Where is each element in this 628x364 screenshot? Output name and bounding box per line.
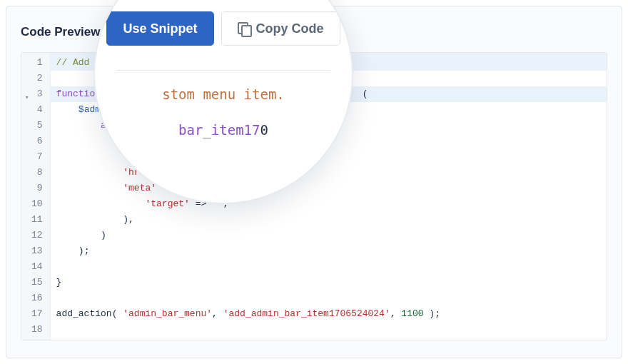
token-punc: (: [363, 89, 368, 99]
token-string: 'target': [145, 198, 189, 209]
gutter-line: 12: [21, 228, 50, 243]
use-snippet-button[interactable]: Use Snippet: [106, 11, 213, 46]
gutter-line: 10: [21, 196, 50, 212]
token-punc: );: [424, 308, 440, 319]
gutter-line: 17: [21, 306, 50, 322]
gutter-line: 9: [21, 181, 50, 196]
line-gutter: 123▾456789101112131415161718: [21, 53, 51, 340]
gutter-line: 1: [21, 53, 50, 71]
copy-code-label: Copy Code: [256, 21, 324, 36]
token-func: add_action: [56, 308, 112, 319]
token-plain: [56, 151, 123, 162]
use-snippet-label: Use Snippet: [123, 21, 197, 36]
gutter-line: 5: [21, 118, 50, 133]
panel-title: Code Preview: [21, 25, 101, 39]
token-punc: (: [112, 308, 123, 319]
gutter-line: 7: [21, 149, 50, 165]
token-plain: [56, 167, 123, 178]
token-punc: ,: [390, 308, 402, 319]
zoom-id-fragment: bar_item170: [178, 122, 268, 138]
token-plain: [56, 246, 78, 256]
gutter-line: 11: [21, 212, 50, 228]
gutter-line: 13: [21, 243, 50, 259]
code-line[interactable]: [51, 290, 607, 306]
token-plain: [56, 198, 146, 209]
token-plain: [56, 214, 123, 225]
code-line[interactable]: ),: [51, 212, 607, 228]
token-string: 'meta': [123, 183, 156, 193]
token-plain: [56, 230, 101, 241]
zoom-comment-fragment: stom menu item.: [162, 86, 285, 102]
code-line[interactable]: [51, 259, 607, 275]
code-line[interactable]: add_action( 'admin_bar_menu', 'add_admin…: [51, 306, 607, 322]
gutter-line: 2: [21, 71, 50, 86]
zoom-divider: [116, 70, 330, 71]
token-plain: [56, 120, 101, 131]
code-line[interactable]: ): [51, 228, 607, 243]
token-punc: ): [101, 230, 106, 241]
gutter-line: 4: [21, 102, 50, 118]
gutter-line: 16: [21, 290, 50, 306]
copy-code-button[interactable]: Copy Code: [221, 11, 340, 46]
token-number: 1100: [401, 308, 423, 319]
token-punc: ),: [123, 214, 134, 225]
gutter-line: 14: [21, 259, 50, 275]
code-line[interactable]: 'target' => '',: [51, 196, 607, 212]
token-plain: [56, 183, 123, 193]
token-punc: ,: [212, 308, 223, 319]
token-punc: );: [78, 246, 90, 256]
code-line[interactable]: }: [51, 275, 607, 290]
gutter-line: 15: [21, 275, 50, 290]
gutter-line: 18: [21, 322, 50, 338]
token-string: 'admin_bar_menu': [123, 308, 212, 319]
token-plain: [56, 104, 78, 115]
code-line[interactable]: 'meta' => array(: [51, 181, 607, 196]
code-line[interactable]: );: [51, 243, 607, 259]
gutter-line: 3▾: [21, 86, 50, 102]
code-line[interactable]: [51, 322, 607, 338]
gutter-line: 8: [21, 165, 50, 181]
token-punc: }: [56, 277, 62, 288]
token-string: 'add_admin_bar_item1706524024': [223, 308, 390, 319]
copy-icon: [238, 22, 250, 35]
gutter-line: 6: [21, 133, 50, 149]
code-line[interactable]: 'href' => '',: [51, 165, 607, 181]
